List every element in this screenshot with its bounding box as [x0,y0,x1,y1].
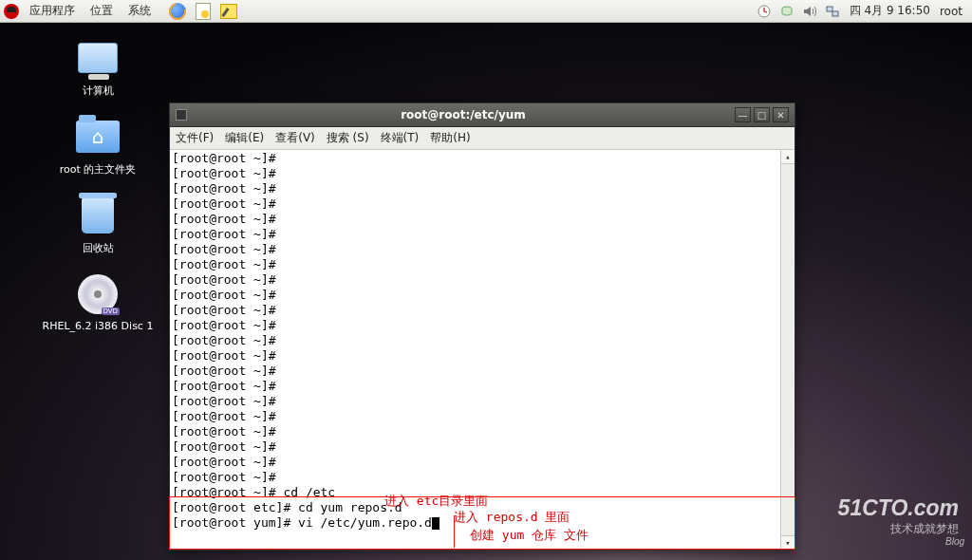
annotation-1: 进入 etc目录里面 [384,493,488,510]
desktop-disc[interactable]: RHEL_6.2 i386 Disc 1 [36,272,159,332]
menu-file[interactable]: 文件(F) [176,130,214,146]
window-menu-icon[interactable] [176,109,187,121]
terminal-body[interactable]: [root@root ~]#[root@root ~]#[root@root ~… [170,150,794,550]
panel-right: 四 4月 9 16:50 root [757,3,972,19]
maximize-button[interactable]: □ [754,107,770,122]
watermark-sm: 技术成就梦想 [838,521,959,537]
watermark: 51CTO.com 技术成就梦想 Blog [838,495,959,537]
minimize-button[interactable]: — [735,107,751,122]
annotation-sep [454,515,455,548]
volume-icon[interactable] [802,4,817,19]
svg-rect-2 [827,7,832,11]
desktop-label: root 的主文件夹 [60,162,137,177]
distro-logo-icon[interactable] [4,4,19,19]
window-title: root@root:/etc/yum [195,108,732,121]
places-menu[interactable]: 位置 [85,3,118,19]
trash-icon [82,197,114,233]
menu-edit[interactable]: 编辑(E) [225,130,264,146]
gnome-top-panel: 应用程序 位置 系统 四 4月 9 16:50 root [0,0,972,23]
watermark-big: 51CTO.com [838,495,959,521]
network-icon[interactable] [825,4,840,19]
terminal-scrollbar[interactable] [780,150,794,550]
panel-left: 应用程序 位置 系统 [0,3,237,20]
annotation-3: 创建 yum 仓库 文件 [470,527,589,544]
user-menu[interactable]: root [940,5,963,18]
menu-view[interactable]: 查看(V) [275,130,315,146]
system-menu[interactable]: 系统 [123,3,156,19]
watermark-tiny: Blog [945,536,964,547]
annotation-2: 进入 repos.d 里面 [454,509,570,526]
terminal-content[interactable]: [root@root ~]#[root@root ~]#[root@root ~… [170,150,794,532]
terminal-menubar: 文件(F) 编辑(E) 查看(V) 搜索 (S) 终端(T) 帮助(H) [170,127,794,150]
desktop-trash[interactable]: 回收站 [36,194,159,255]
clock-label[interactable]: 四 4月 9 16:50 [850,3,930,19]
firefox-icon[interactable] [169,3,186,20]
terminal-window: root@root:/etc/yum — □ ✕ 文件(F) 编辑(E) 查看(… [169,103,795,551]
desktop-label: 计算机 [83,84,114,98]
svg-rect-3 [832,11,838,16]
desktop-icons: 计算机 root 的主文件夹 回收站 RHEL_6.2 i386 Disc 1 [36,36,159,332]
window-titlebar[interactable]: root@root:/etc/yum — □ ✕ [170,103,794,127]
system-tray [757,4,840,19]
menu-help[interactable]: 帮助(H) [430,130,470,146]
disk-usage-icon[interactable] [779,4,794,19]
desktop-label: 回收站 [83,241,114,255]
close-button[interactable]: ✕ [773,107,789,122]
update-icon[interactable] [757,4,772,19]
menu-terminal[interactable]: 终端(T) [381,130,420,146]
computer-icon [78,43,118,73]
home-folder-icon [76,121,120,153]
disc-icon [78,274,118,314]
menu-search[interactable]: 搜索 (S) [327,130,369,146]
desktop-computer[interactable]: 计算机 [36,36,159,98]
note-editor-icon[interactable] [220,4,237,19]
launcher-icons [169,3,237,20]
desktop-label: RHEL_6.2 i386 Disc 1 [43,320,154,332]
file-manager-icon[interactable] [196,3,211,20]
applications-menu[interactable]: 应用程序 [25,3,80,19]
desktop-home[interactable]: root 的主文件夹 [36,115,159,177]
